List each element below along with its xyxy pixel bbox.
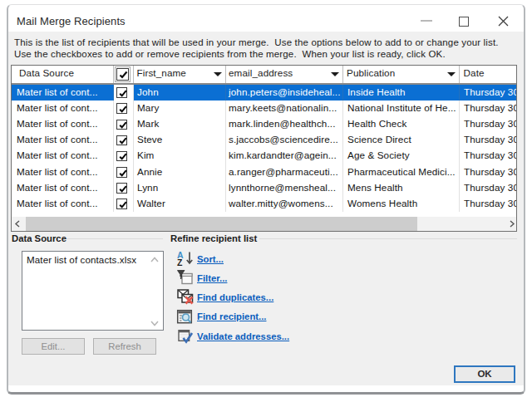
svg-text:Z: Z xyxy=(177,257,183,267)
